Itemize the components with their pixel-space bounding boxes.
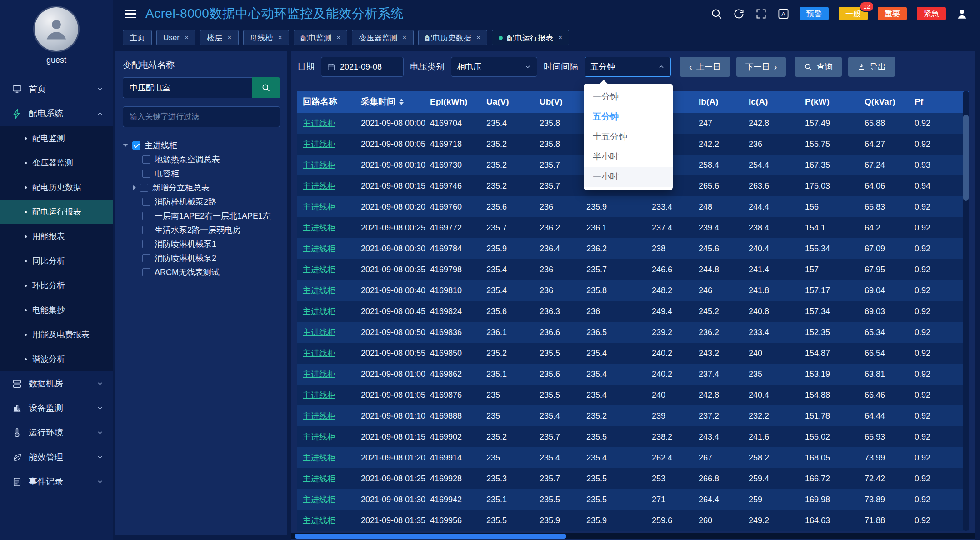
circuit-link[interactable]: 主进线柜 [297, 160, 355, 170]
circuit-link[interactable]: 主进线柜 [297, 369, 355, 380]
query-button[interactable]: 查询 [795, 57, 842, 77]
tree-checkbox[interactable] [142, 198, 150, 206]
font-size-icon[interactable]: A [777, 8, 790, 20]
fullscreen-icon[interactable] [755, 8, 767, 20]
alarm-badge-zhongyao[interactable]: 重要 [878, 7, 907, 20]
tab-close-icon[interactable]: × [278, 34, 282, 42]
tree-expand-icon[interactable] [123, 144, 128, 147]
tab-close-icon[interactable]: × [476, 34, 480, 42]
sidebar-subitem-用能及电费报表[interactable]: 用能及电费报表 [0, 322, 113, 347]
search-icon[interactable] [710, 8, 723, 20]
station-name-input[interactable] [123, 77, 252, 98]
circuit-link[interactable]: 主进线柜 [297, 348, 355, 359]
tab-close-icon[interactable]: × [336, 34, 340, 42]
interval-select[interactable]: 五分钟 [585, 57, 671, 77]
alarm-badge-yiban[interactable]: 一般12 [839, 7, 868, 20]
tree-checkbox[interactable] [142, 170, 150, 178]
sidebar-subitem-谐波分析[interactable]: 谐波分析 [0, 347, 113, 371]
circuit-link[interactable]: 主进线柜 [297, 222, 355, 233]
circuit-link[interactable]: 主进线柜 [297, 285, 355, 296]
sidebar-subitem-环比分析[interactable]: 环比分析 [0, 273, 113, 298]
circuit-link[interactable]: 主进线柜 [297, 390, 355, 400]
tree-checkbox[interactable] [142, 226, 150, 234]
station-search-button[interactable] [252, 77, 280, 98]
circuit-link[interactable]: 主进线柜 [297, 118, 355, 129]
tab-close-icon[interactable]: × [185, 34, 189, 42]
sidebar-subitem-用能报表[interactable]: 用能报表 [0, 224, 113, 249]
alarm-badge-yujing[interactable]: 预警 [800, 7, 829, 20]
voltage-type-select[interactable]: 相电压 [451, 57, 537, 77]
tab-close-icon[interactable]: × [402, 34, 406, 42]
tree-checkbox[interactable] [132, 141, 140, 150]
circuit-link[interactable]: 主进线柜 [297, 410, 355, 421]
circuit-link[interactable]: 主进线柜 [297, 306, 355, 317]
next-day-button[interactable]: 下一日 › [736, 57, 786, 77]
circuit-link[interactable]: 主进线柜 [297, 431, 355, 442]
interval-option-五分钟[interactable]: 五分钟 [584, 107, 673, 127]
horizontal-scrollbar[interactable] [291, 533, 975, 539]
tab-变压器监测[interactable]: 变压器监测× [352, 30, 413, 45]
tree-checkbox[interactable] [142, 254, 150, 262]
tab-主页[interactable]: 主页 [123, 30, 152, 45]
tree-node-地源热泵空调总表[interactable]: 地源热泵空调总表 [123, 152, 280, 166]
horizontal-scrollbar-thumb[interactable] [295, 534, 566, 539]
sidebar-item-运行环境[interactable]: 运行环境 [0, 420, 113, 445]
tree-node-消防喷淋机械泵1[interactable]: 消防喷淋机械泵1 [123, 237, 280, 251]
sort-icon[interactable] [399, 99, 404, 105]
tree-checkbox[interactable] [142, 212, 150, 220]
sidebar-item-首页[interactable]: 首页 [0, 77, 113, 101]
avatar[interactable] [35, 7, 78, 51]
circuit-link[interactable]: 主进线柜 [297, 473, 355, 484]
tree-checkbox[interactable] [142, 268, 150, 276]
vertical-scrollbar[interactable] [963, 91, 969, 531]
sidebar-item-数据机房[interactable]: 数据机房 [0, 371, 113, 396]
circuit-link[interactable]: 主进线柜 [297, 264, 355, 275]
tab-配电运行报表[interactable]: 配电运行报表× [492, 30, 569, 45]
circuit-link[interactable]: 主进线柜 [297, 243, 355, 254]
circuit-link[interactable]: 主进线柜 [297, 201, 355, 212]
sidebar-subitem-电能集抄[interactable]: 电能集抄 [0, 298, 113, 322]
date-input[interactable]: 2021-09-08 [321, 57, 404, 77]
sidebar-item-设备监测[interactable]: 设备监测 [0, 396, 113, 420]
tab-User[interactable]: User× [156, 30, 195, 45]
tree-node-消防喷淋机械泵2[interactable]: 消防喷淋机械泵2 [123, 251, 280, 265]
export-button[interactable]: 导出 [848, 57, 895, 77]
vertical-scrollbar-thumb[interactable] [963, 115, 969, 201]
tree-expand-icon[interactable] [133, 185, 136, 190]
tree-node-生活水泵2路一层弱电房[interactable]: 生活水泵2路一层弱电房 [123, 223, 280, 237]
tree-checkbox[interactable] [142, 240, 150, 248]
tab-close-icon[interactable]: × [558, 34, 562, 42]
circuit-link[interactable]: 主进线柜 [297, 327, 355, 338]
interval-option-半小时[interactable]: 半小时 [584, 147, 673, 167]
tree-filter-input[interactable] [123, 106, 280, 127]
interval-option-十五分钟[interactable]: 十五分钟 [584, 127, 673, 147]
tab-母线槽[interactable]: 母线槽× [243, 30, 289, 45]
tab-close-icon[interactable]: × [227, 34, 231, 42]
sidebar-subitem-配电运行报表[interactable]: 配电运行报表 [0, 200, 113, 224]
prev-day-button[interactable]: ‹ 上一日 [680, 57, 730, 77]
sidebar-item-配电系统[interactable]: 配电系统 [0, 101, 113, 126]
interval-option-一小时[interactable]: 一小时 [584, 167, 673, 187]
menu-toggle-icon[interactable] [125, 10, 136, 18]
sidebar-subitem-同比分析[interactable]: 同比分析 [0, 249, 113, 273]
user-icon[interactable] [956, 8, 968, 20]
tree-node-新增分立柜总表[interactable]: 新增分立柜总表 [123, 180, 280, 195]
sidebar-subitem-配电监测[interactable]: 配电监测 [0, 126, 113, 150]
tree-node-电容柜[interactable]: 电容柜 [123, 166, 280, 180]
tree-node-一层南1APE2右一层北1APE1左[interactable]: 一层南1APE2右一层北1APE1左 [123, 209, 280, 223]
tree-node-ARCM无线表测试[interactable]: ARCM无线表测试 [123, 265, 280, 279]
tab-配电历史数据[interactable]: 配电历史数据× [418, 30, 487, 45]
tree-node-消防栓机械泵2路[interactable]: 消防栓机械泵2路 [123, 195, 280, 209]
tree-checkbox[interactable] [142, 155, 150, 164]
sidebar-subitem-变压器监测[interactable]: 变压器监测 [0, 150, 113, 175]
tree-checkbox[interactable] [140, 184, 148, 192]
tab-配电监测[interactable]: 配电监测× [294, 30, 347, 45]
interval-option-一分钟[interactable]: 一分钟 [584, 87, 673, 107]
circuit-link[interactable]: 主进线柜 [297, 515, 355, 526]
circuit-link[interactable]: 主进线柜 [297, 180, 355, 191]
circuit-link[interactable]: 主进线柜 [297, 452, 355, 463]
sidebar-item-事件记录[interactable]: 事件记录 [0, 470, 113, 494]
tree-node-主进线柜[interactable]: 主进线柜 [123, 138, 280, 152]
circuit-link[interactable]: 主进线柜 [297, 139, 355, 150]
sidebar-subitem-配电历史数据[interactable]: 配电历史数据 [0, 175, 113, 200]
